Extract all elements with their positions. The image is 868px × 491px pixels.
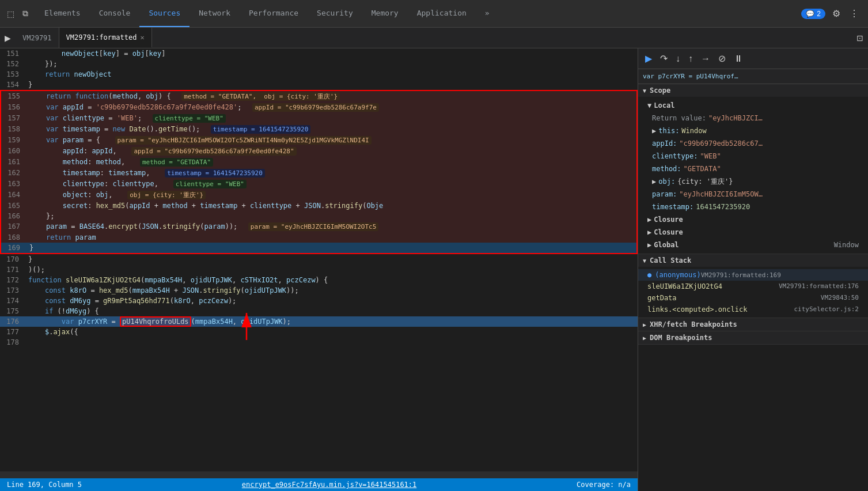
- obj-expand-icon: ▶: [652, 176, 656, 187]
- table-row: 173 const k8rO = hex_md5(mmpaBx54H + JSO…: [0, 285, 638, 296]
- tab-console[interactable]: Console: [90, 0, 140, 27]
- table-row: 154 }: [0, 80, 638, 90]
- more-options-btn[interactable]: ⋮: [847, 6, 861, 21]
- deactivate-breakpoints-btn[interactable]: ⊘: [716, 51, 728, 66]
- show-navigator-btn[interactable]: ▶: [0, 31, 16, 45]
- call-stack-item-getdata[interactable]: getData VM29843:50: [638, 292, 868, 304]
- xhr-arrow-icon: ▶: [643, 322, 646, 328]
- table-row: 160 appId: appId, appId = "c99b6979edb52…: [1, 146, 636, 157]
- closure-row-1[interactable]: ▶ Closure: [638, 213, 868, 226]
- file-tab-vm29791[interactable]: VM29791: [16, 28, 59, 48]
- table-row: 175 if (!dM6yg) {: [0, 306, 638, 316]
- call-stack-item-links-onclick[interactable]: links.<computed>.onclick citySelector.js…: [638, 304, 868, 315]
- code-scroll[interactable]: 151 newObject[key] = obj[key] 152 }); 15…: [0, 48, 638, 471]
- settings-btn[interactable]: ⚙: [830, 6, 843, 21]
- file-tab-formatted-label: VM29791:formatted: [66, 33, 137, 41]
- closure-expand-icon-2: ▶: [647, 227, 651, 237]
- xhr-label: XHR/fetch Breakpoints: [650, 320, 737, 328]
- scope-body: ▼ Local Return value: "eyJhcHBJZCI… ▶ th…: [638, 97, 868, 254]
- table-row: 177 $.ajax({: [0, 327, 638, 337]
- table-row: 171 )();: [0, 265, 638, 275]
- status-position: Line 169, Column 5: [7, 481, 82, 489]
- closure-label-1: Closure: [654, 214, 683, 225]
- inspect-element-btn[interactable]: ⬚: [5, 7, 17, 21]
- badge-count: 2: [817, 10, 821, 18]
- dom-breakpoints-header[interactable]: ▶ DOM Breakpoints: [638, 331, 868, 344]
- scope-section: ▼ Scope ▼ Local Return value: "eyJhcHBJZ…: [638, 84, 868, 254]
- horizontal-scrollbar[interactable]: [0, 471, 638, 478]
- method-row: method: "GETDATA": [638, 163, 868, 175]
- tab-memory[interactable]: Memory: [362, 0, 408, 27]
- this-expand-icon: ▶: [652, 126, 656, 136]
- open-file-btn[interactable]: ⊡: [852, 31, 868, 45]
- table-row: 157 var clienttype = 'WEB'; clienttype =…: [1, 113, 636, 124]
- device-toolbar-btn[interactable]: ⧉: [20, 6, 31, 21]
- appid-row: appId: "c99b6979edb5286c67…: [638, 137, 868, 150]
- active-frame-icon: ●: [647, 271, 651, 279]
- scope-arrow-icon: ▼: [643, 88, 646, 94]
- obj-row[interactable]: ▶ obj: {city: '重庆'}: [638, 175, 868, 188]
- toolbar-right: 💬 2 ⚙ ⋮: [794, 6, 868, 21]
- call-stack-section: ▼ Call Stack ● (anonymous) VM29791:forma…: [638, 254, 868, 318]
- step-out-btn[interactable]: ↑: [686, 51, 695, 66]
- xhr-breakpoints-header[interactable]: ▶ XHR/fetch Breakpoints: [638, 318, 868, 331]
- status-coverage: Coverage: n/a: [577, 481, 631, 489]
- scope-label: Scope: [650, 86, 670, 95]
- call-stack-item-sleuiw[interactable]: sleUIW6a1ZKjUO2tG4 VM29791:formatted:176: [638, 281, 868, 292]
- table-row: 178: [0, 337, 638, 348]
- table-row: 155 return function(method, obj) { metho…: [1, 91, 636, 102]
- table-row: 161 method: method, method = "GETDATA": [1, 157, 636, 168]
- tab-performance[interactable]: Performance: [240, 0, 308, 27]
- console-messages-badge[interactable]: 💬 2: [801, 9, 825, 19]
- tab-network[interactable]: Network: [189, 0, 240, 27]
- tab-application[interactable]: Application: [408, 0, 476, 27]
- tab-more[interactable]: »: [476, 0, 499, 27]
- pause-on-exception-btn[interactable]: ⏸: [731, 51, 745, 66]
- step-over-btn[interactable]: ↷: [658, 51, 670, 66]
- debug-toolbar: ▶ ↷ ↓ ↑ → ⊘ ⏸: [638, 48, 868, 69]
- file-tab-vm29791-formatted[interactable]: VM29791:formatted ✕: [59, 28, 152, 48]
- local-label: Local: [654, 100, 674, 111]
- closure-row-2[interactable]: ▶ Closure: [638, 226, 868, 239]
- step-btn[interactable]: →: [699, 51, 712, 66]
- tab-elements[interactable]: Elements: [35, 0, 90, 27]
- table-row: 166 };: [1, 211, 636, 221]
- table-row: 151 newObject[key] = obj[key]: [0, 48, 638, 59]
- tab-sources[interactable]: Sources: [139, 0, 189, 27]
- table-row: 163 clienttype: clienttype, clienttype =…: [1, 179, 636, 190]
- toolbar-icons: ⬚ ⧉: [0, 6, 35, 21]
- code-lines: 151 newObject[key] = obj[key] 152 }); 15…: [0, 48, 638, 348]
- table-row: 170 }: [0, 254, 638, 265]
- global-row[interactable]: ▶ Global Window: [638, 239, 868, 251]
- table-row: 165 secret: hex_md5(appId + method + tim…: [1, 201, 636, 211]
- param-row: param: "eyJhcHBJZCI6ImM5OW…: [638, 188, 868, 201]
- table-row: 153 return newObject: [0, 69, 638, 80]
- step-into-btn[interactable]: ↓: [673, 51, 683, 66]
- table-row: 168 return param: [1, 232, 636, 243]
- local-scope-header[interactable]: ▼ Local: [638, 99, 868, 112]
- resume-btn[interactable]: ▶: [643, 51, 654, 66]
- code-panel: 151 newObject[key] = obj[key] 152 }); 15…: [0, 48, 638, 491]
- main-content: 151 newObject[key] = obj[key] 152 }); 15…: [0, 48, 868, 491]
- file-tab-label: VM29791: [22, 34, 52, 42]
- table-row: 152 });: [0, 59, 638, 69]
- this-row[interactable]: ▶ this: Window: [638, 124, 868, 137]
- dom-label: DOM Breakpoints: [650, 334, 712, 342]
- global-label: Global: [654, 240, 679, 250]
- clienttype-row: clienttype: "WEB": [638, 150, 868, 163]
- devtools-toolbar: ⬚ ⧉ Elements Console Sources Network Per…: [0, 0, 868, 28]
- tab-security[interactable]: Security: [308, 0, 362, 27]
- call-stack-item-anonymous[interactable]: ● (anonymous) VM29791:formatted:169: [638, 269, 868, 281]
- close-tab-btn[interactable]: ✕: [140, 33, 144, 41]
- table-row: 174 const dM6yg = gR9mPt5aq56hd771(k8rO,…: [0, 296, 638, 306]
- right-panel: ▶ ↷ ↓ ↑ → ⊘ ⏸ var p7crXYR = pU14Vhqrof… …: [638, 48, 868, 491]
- status-file[interactable]: encrypt_e9osFc7sfAyu.min.js?v=1641545161…: [242, 481, 416, 489]
- table-row: 159 var param = { param = "eyJhcHBJZCI6I…: [1, 135, 636, 146]
- status-bar: Line 169, Column 5 encrypt_e9osFc7sfAyu.…: [0, 478, 638, 491]
- call-stack-header[interactable]: ▼ Call Stack: [638, 254, 868, 267]
- file-toolbar: ▶ VM29791 VM29791:formatted ✕ ⊡: [0, 28, 868, 48]
- scope-section-header[interactable]: ▼ Scope: [638, 84, 868, 97]
- table-row: 176 var p7crXYR = pU14VhqrofroULds(mmpaB…: [0, 316, 638, 327]
- closure-expand-icon-1: ▶: [647, 214, 651, 225]
- table-row: 172 function sleUIW6a1ZKjUO2tG4(mmpaBx54…: [0, 275, 638, 285]
